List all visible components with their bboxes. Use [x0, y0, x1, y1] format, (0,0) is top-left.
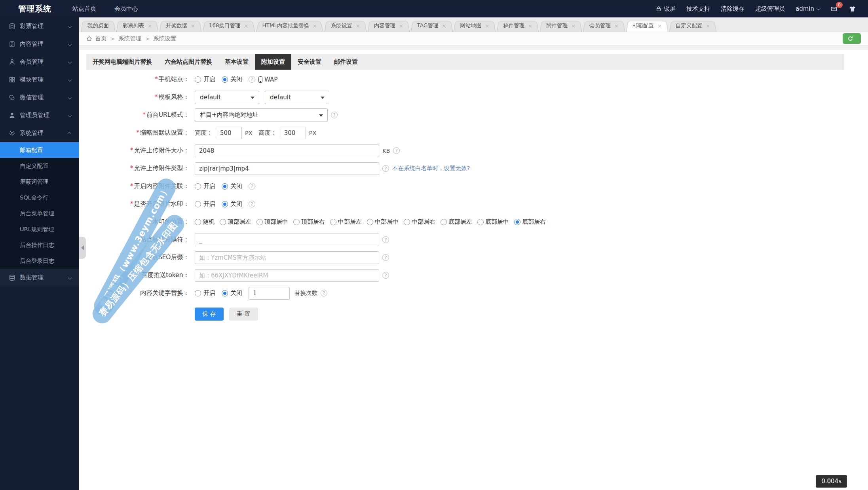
settings-tab[interactable]: 基本设置	[218, 54, 255, 70]
user-menu[interactable]: admin	[796, 5, 819, 12]
page-tab[interactable]: 自定义配置	[669, 20, 716, 32]
watermark-position-option[interactable]: 底部居右	[514, 218, 546, 226]
help-icon[interactable]	[382, 165, 389, 172]
watermark-position-option[interactable]: 底部居左	[441, 218, 472, 226]
sidebar-subitem[interactable]: URL规则管理	[0, 221, 79, 237]
replace-count-input[interactable]	[249, 287, 290, 300]
mobile-site-on-radio[interactable]: 开启	[195, 76, 215, 83]
settings-tab[interactable]: 邮件设置	[328, 54, 364, 70]
wap-link[interactable]: WAP	[264, 76, 277, 83]
tab-close-icon[interactable]	[148, 23, 152, 28]
settings-tab[interactable]: 开奖网电脑端图片替换	[86, 54, 158, 70]
breadcrumb-page[interactable]: 系统设置	[153, 35, 176, 42]
sidebar-item[interactable]: 会员管理	[0, 53, 79, 71]
baidu-token-input[interactable]	[195, 269, 379, 282]
page-tab[interactable]: 邮箱配置	[626, 20, 668, 32]
reset-button[interactable]: 重 置	[229, 308, 258, 321]
watermark-position-option[interactable]: 顶部居左	[220, 218, 251, 226]
tab-close-icon[interactable]	[399, 23, 403, 28]
help-icon[interactable]	[393, 147, 400, 154]
watermark-position-option[interactable]: 顶部居右	[293, 218, 325, 226]
watermark-on-radio[interactable]: 开启	[195, 200, 215, 208]
template-style-select-mobile[interactable]: default	[265, 91, 329, 104]
page-tab[interactable]: 稿件管理	[497, 20, 539, 32]
page-tab[interactable]: 附件管理	[540, 20, 582, 32]
watermark-position-option[interactable]: 底部居中	[477, 218, 509, 226]
breadcrumb-home[interactable]: 首页	[95, 35, 106, 42]
help-icon[interactable]	[382, 272, 389, 279]
sidebar-item[interactable]: 彩票管理	[0, 17, 79, 35]
refresh-button[interactable]	[843, 33, 861, 44]
help-icon[interactable]	[321, 290, 327, 296]
title-separator-input[interactable]	[195, 234, 379, 246]
tab-close-icon[interactable]	[706, 23, 710, 28]
tab-close-icon[interactable]	[356, 23, 360, 28]
help-icon[interactable]	[249, 76, 255, 83]
header-nav-item[interactable]: 会员中心	[105, 0, 147, 17]
seo-suffix-input[interactable]	[195, 251, 379, 264]
sidebar-subitem[interactable]: 邮箱配置	[0, 142, 79, 158]
help-icon[interactable]	[249, 201, 255, 207]
tab-close-icon[interactable]	[442, 23, 446, 28]
page-tab[interactable]: 彩票列表	[116, 20, 158, 32]
sidebar-subitem[interactable]: 屏蔽词管理	[0, 174, 79, 190]
help-icon[interactable]	[382, 254, 389, 261]
tab-close-icon[interactable]	[191, 23, 195, 28]
url-mode-select[interactable]: 栏目+内容均绝对地址	[195, 108, 328, 122]
watermark-position-option[interactable]: 中部居左	[330, 218, 362, 226]
whitelist-hint[interactable]: 不在系统白名单时，设置无效?	[392, 165, 470, 172]
keyword-replace-on-radio[interactable]: 开启	[195, 289, 215, 297]
page-tab[interactable]: HTML内容批量替换	[256, 20, 323, 32]
page-tab[interactable]: 内容管理	[368, 20, 410, 32]
help-icon[interactable]	[249, 183, 255, 190]
tab-close-icon[interactable]	[313, 23, 317, 28]
watermark-position-option[interactable]: 中部居中	[367, 218, 399, 226]
mobile-site-off-radio[interactable]: 关闭	[222, 76, 242, 83]
sidebar-item[interactable]: 模块管理	[0, 71, 79, 89]
tech-support-link[interactable]: 技术支持	[686, 5, 710, 13]
upload-type-input[interactable]	[195, 162, 379, 175]
sidebar-subitem[interactable]: 后台操作日志	[0, 237, 79, 253]
sidebar-collapse-handle[interactable]	[79, 237, 86, 259]
template-style-select-pc[interactable]: default	[195, 91, 259, 104]
breadcrumb-section[interactable]: 系统管理	[118, 35, 141, 42]
lock-screen-button[interactable]: 锁屏	[656, 5, 676, 13]
tab-close-icon[interactable]	[485, 23, 489, 28]
tab-close-icon[interactable]	[244, 23, 249, 28]
sidebar-item[interactable]: 系统管理	[0, 124, 79, 142]
tab-close-icon[interactable]	[657, 23, 662, 28]
header-nav-item[interactable]: 站点首页	[63, 0, 105, 17]
sidebar-subitem[interactable]: 后台登录日志	[0, 253, 79, 269]
settings-tab[interactable]: 六合站点图片替换	[158, 54, 218, 70]
messages-button[interactable]: 0	[830, 6, 838, 12]
keyword-replace-off-radio[interactable]: 关闭	[222, 289, 242, 297]
watermark-position-option[interactable]: 随机	[195, 218, 215, 226]
page-tab[interactable]: TAG管理	[411, 20, 453, 32]
attach-link-on-radio[interactable]: 开启	[195, 182, 215, 190]
page-tab[interactable]: 我的桌面	[81, 20, 115, 32]
theme-button[interactable]	[849, 6, 856, 12]
attach-link-off-radio[interactable]: 关闭	[222, 182, 242, 190]
watermark-position-option[interactable]: 顶部居中	[256, 218, 288, 226]
sidebar-item[interactable]: 微信管理	[0, 89, 79, 106]
sidebar-subitem[interactable]: SQL命令行	[0, 190, 79, 205]
watermark-position-option[interactable]: 中部居右	[404, 218, 435, 226]
settings-tab[interactable]: 安全设置	[291, 54, 328, 70]
save-button[interactable]: 保 存	[195, 308, 224, 321]
sidebar-subitem[interactable]: 自定义配置	[0, 158, 79, 174]
thumb-width-input[interactable]	[216, 127, 242, 139]
tab-close-icon[interactable]	[614, 23, 619, 28]
page-tab[interactable]: 168接口管理	[203, 20, 255, 32]
upload-size-input[interactable]	[195, 144, 379, 157]
tab-close-icon[interactable]	[528, 23, 532, 28]
tab-close-icon[interactable]	[571, 23, 576, 28]
help-icon[interactable]	[382, 236, 389, 243]
sidebar-subitem[interactable]: 后台菜单管理	[0, 205, 79, 221]
watermark-off-radio[interactable]: 关闭	[222, 200, 242, 208]
settings-tab[interactable]: 附加设置	[255, 54, 291, 70]
page-tab[interactable]: 开奖数据	[160, 20, 201, 32]
page-tab[interactable]: 会员管理	[583, 20, 625, 32]
help-icon[interactable]	[331, 112, 338, 118]
page-tab[interactable]: 网站地图	[454, 20, 496, 32]
sidebar-item[interactable]: 内容管理	[0, 35, 79, 53]
